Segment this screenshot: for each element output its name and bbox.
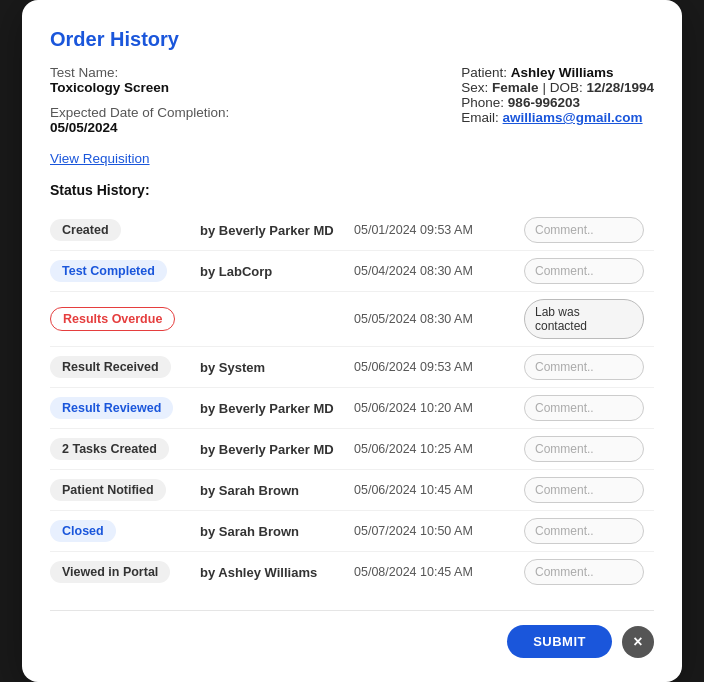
comment-input[interactable] bbox=[524, 518, 644, 544]
comment-input[interactable] bbox=[524, 477, 644, 503]
status-by: by Sarah Brown bbox=[200, 524, 354, 539]
status-by: by Beverly Parker MD bbox=[200, 401, 354, 416]
status-row: Test Completedby LabCorp05/04/2024 08:30… bbox=[50, 251, 654, 292]
phone-row: Phone: 986-996203 bbox=[461, 95, 654, 110]
status-badge: Patient Notified bbox=[50, 479, 166, 501]
email-row: Email: awilliams@gmail.com bbox=[461, 110, 654, 125]
status-date: 05/06/2024 10:45 AM bbox=[354, 483, 524, 497]
comment-input[interactable] bbox=[524, 258, 644, 284]
test-name-label: Test Name: bbox=[50, 65, 229, 80]
status-badge: Viewed in Portal bbox=[50, 561, 170, 583]
status-history-label: Status History: bbox=[50, 182, 654, 198]
status-by: by System bbox=[200, 360, 354, 375]
status-row: Closedby Sarah Brown05/07/2024 10:50 AM bbox=[50, 511, 654, 552]
footer: SUBMIT × bbox=[50, 625, 654, 658]
close-button[interactable]: × bbox=[622, 626, 654, 658]
status-badge: Created bbox=[50, 219, 121, 241]
expected-date-label: Expected Date of Completion: bbox=[50, 105, 229, 120]
comment-input[interactable] bbox=[524, 354, 644, 380]
status-date: 05/06/2024 09:53 AM bbox=[354, 360, 524, 374]
comment-input[interactable] bbox=[524, 217, 644, 243]
status-row: 2 Tasks Createdby Beverly Parker MD05/06… bbox=[50, 429, 654, 470]
status-badge: Result Received bbox=[50, 356, 171, 378]
status-by: by Beverly Parker MD bbox=[200, 223, 354, 238]
submit-button[interactable]: SUBMIT bbox=[507, 625, 612, 658]
info-left: Test Name: Toxicology Screen Expected Da… bbox=[50, 65, 229, 135]
status-date: 05/06/2024 10:20 AM bbox=[354, 401, 524, 415]
view-requisition-link[interactable]: View Requisition bbox=[50, 151, 150, 166]
status-by: by Ashley Williams bbox=[200, 565, 354, 580]
status-badge: Test Completed bbox=[50, 260, 167, 282]
status-badge: Result Reviewed bbox=[50, 397, 173, 419]
status-row: Result Receivedby System05/06/2024 09:53… bbox=[50, 347, 654, 388]
email-link[interactable]: awilliams@gmail.com bbox=[503, 110, 643, 125]
divider bbox=[50, 610, 654, 611]
info-section: Test Name: Toxicology Screen Expected Da… bbox=[50, 65, 654, 135]
status-date: 05/06/2024 10:25 AM bbox=[354, 442, 524, 456]
test-name-value: Toxicology Screen bbox=[50, 80, 229, 95]
comment-input[interactable] bbox=[524, 436, 644, 462]
status-row: Patient Notifiedby Sarah Brown05/06/2024… bbox=[50, 470, 654, 511]
status-date: 05/01/2024 09:53 AM bbox=[354, 223, 524, 237]
comment-input[interactable] bbox=[524, 395, 644, 421]
status-row: Createdby Beverly Parker MD05/01/2024 09… bbox=[50, 210, 654, 251]
status-date: 05/08/2024 10:45 AM bbox=[354, 565, 524, 579]
order-history-modal: Order History Test Name: Toxicology Scre… bbox=[22, 0, 682, 682]
status-by: by Sarah Brown bbox=[200, 483, 354, 498]
status-badge: Closed bbox=[50, 520, 116, 542]
status-row: Result Reviewedby Beverly Parker MD05/06… bbox=[50, 388, 654, 429]
status-row: Results Overdue05/05/2024 08:30 AMLab wa… bbox=[50, 292, 654, 347]
sex-dob-row: Sex: Female | DOB: 12/28/1994 bbox=[461, 80, 654, 95]
patient-name: Ashley Williams bbox=[511, 65, 614, 80]
status-by: by Beverly Parker MD bbox=[200, 442, 354, 457]
status-date: 05/07/2024 10:50 AM bbox=[354, 524, 524, 538]
patient-label: Patient: bbox=[461, 65, 507, 80]
patient-details: Patient: Ashley Williams Sex: Female | D… bbox=[461, 65, 654, 125]
patient-name-row: Patient: Ashley Williams bbox=[461, 65, 654, 80]
status-rows-container: Createdby Beverly Parker MD05/01/2024 09… bbox=[50, 210, 654, 592]
status-row: Viewed in Portalby Ashley Williams05/08/… bbox=[50, 552, 654, 592]
status-badge: Results Overdue bbox=[50, 307, 175, 331]
status-date: 05/05/2024 08:30 AM bbox=[354, 312, 524, 326]
comment-input[interactable] bbox=[524, 559, 644, 585]
status-date: 05/04/2024 08:30 AM bbox=[354, 264, 524, 278]
status-badge: 2 Tasks Created bbox=[50, 438, 169, 460]
modal-title: Order History bbox=[50, 28, 654, 51]
expected-date-value: 05/05/2024 bbox=[50, 120, 229, 135]
comment-filled: Lab was contacted bbox=[524, 299, 644, 339]
status-by: by LabCorp bbox=[200, 264, 354, 279]
